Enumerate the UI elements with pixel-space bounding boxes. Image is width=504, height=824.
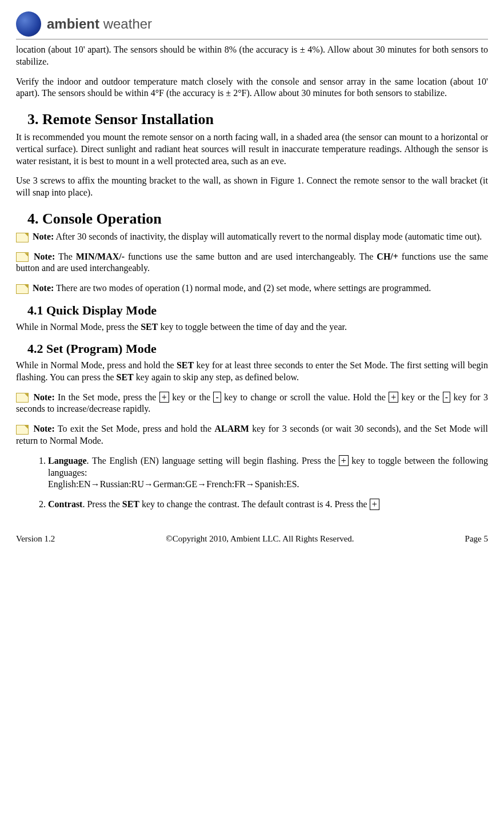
li2-a: Contrast	[48, 499, 82, 509]
footer-page: Page 5	[465, 534, 488, 545]
footer-copyright: ©Copyright 2010, Ambient LLC. All Rights…	[166, 534, 354, 545]
h41-p1-a: While in Normal Mode, press the	[16, 322, 141, 332]
h42-p1-d: SET	[117, 372, 134, 382]
li1-b: . The English (EN) language setting will…	[87, 456, 339, 465]
note-icon	[16, 233, 29, 242]
plus-key: +	[370, 499, 379, 510]
section-4-2-p1: While in Normal Mode, press and hold the…	[16, 360, 488, 384]
section-3-p2: Use 3 screws to affix the mounting brack…	[16, 175, 488, 199]
note-3: Note: There are two modes of operation (…	[16, 282, 488, 294]
note-label: Note:	[33, 232, 54, 241]
plus-key: +	[159, 392, 169, 403]
section-4-2-heading: 4.2 Set (Program) Mode	[27, 341, 488, 357]
plus-key: +	[339, 455, 349, 467]
note-3-text: There are two modes of operation (1) nor…	[54, 283, 431, 293]
logo-brand-bold: ambient	[47, 16, 99, 31]
li1-a: Language	[48, 456, 87, 465]
h41-p1-b: SET	[141, 322, 158, 332]
section-4-1-heading: 4.1 Quick Display Mode	[27, 302, 488, 319]
h42-p1-b: SET	[177, 360, 194, 370]
note-icon	[16, 252, 29, 262]
h41-p1-c: key to toggle between the time of day an…	[158, 322, 347, 332]
note5-b: ALARM	[214, 424, 249, 433]
note-5: Note: To exit the Set Mode, press and ho…	[16, 423, 488, 447]
note-icon	[16, 393, 29, 403]
note4-a: In the Set mode, press the	[55, 392, 159, 402]
header-logo: ambient weather	[16, 11, 488, 37]
list-item-contrast: Contrast. Press the SET key to change th…	[48, 499, 488, 511]
footer: Version 1.2 ©Copyright 2010, Ambient LLC…	[16, 534, 488, 545]
intro-paragraph-1: location (about 10' apart). The sensors …	[16, 44, 488, 68]
list-item-language: Language. The English (EN) language sett…	[48, 455, 488, 491]
li2-c: SET	[122, 499, 139, 509]
note-1: Note: After 30 seconds of inactivity, th…	[16, 231, 488, 243]
note4-c: key or the	[169, 392, 214, 402]
plus-key: +	[389, 392, 398, 403]
section-3-p1: It is recommended you mount the remote s…	[16, 132, 488, 167]
li1-e: English:EN→Russian:RU→German:GE→French:F…	[48, 479, 299, 489]
h42-p1-e: key again to skip any step, as defined b…	[134, 372, 299, 382]
note-icon	[16, 284, 29, 294]
li2-d: key to change the contrast. The default …	[139, 499, 370, 509]
minus-key: -	[443, 392, 450, 403]
minus-key: -	[213, 392, 221, 403]
h42-p1-a: While in Normal Mode, press and hold the	[16, 360, 177, 370]
note-1-text: After 30 seconds of inactivity, the disp…	[54, 232, 482, 241]
note4-g: key or the	[398, 392, 443, 402]
intro-paragraph-2: Verify the indoor and outdoor temperatur…	[16, 76, 488, 100]
note-label: Note:	[34, 252, 55, 261]
note-2-b: MIN/MAX/-	[76, 252, 125, 261]
note-2-a: The	[55, 252, 75, 261]
logo-icon	[16, 11, 41, 37]
note-2-c: functions use the same button and are us…	[125, 252, 377, 261]
note-4: Note: In the Set mode, press the + key o…	[16, 392, 488, 416]
note-icon	[16, 425, 29, 435]
li2-b: . Press the	[82, 499, 122, 509]
note4-e: key to change or scroll the value. Hold …	[221, 392, 389, 402]
note-label: Note:	[33, 392, 54, 402]
note-label: Note:	[33, 283, 54, 293]
logo-brand-light: weather	[99, 16, 152, 31]
section-4-1-p1: While in Normal Mode, press the SET key …	[16, 321, 488, 333]
section-3-heading: 3. Remote Sensor Installation	[27, 110, 488, 129]
header-rule	[16, 39, 488, 39]
note5-a: To exit the Set Mode, press and hold the	[55, 424, 215, 433]
note-2-d: CH/+	[377, 252, 398, 261]
logo-text: ambient weather	[47, 15, 152, 33]
note-label: Note:	[33, 424, 54, 433]
footer-version: Version 1.2	[16, 534, 55, 545]
section-4-heading: 4. Console Operation	[27, 209, 488, 229]
settings-list: Language. The English (EN) language sett…	[16, 455, 488, 511]
note-2: Note: The MIN/MAX/- functions use the sa…	[16, 251, 488, 275]
